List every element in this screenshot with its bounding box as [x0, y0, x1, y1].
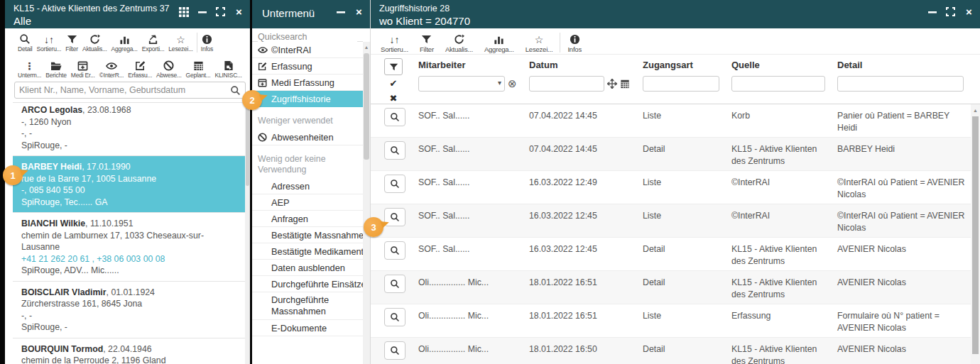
move-arrows-icon[interactable]: [607, 79, 617, 89]
export-button[interactable]: Exporti...: [140, 31, 167, 54]
submenu-item-interrai[interactable]: ©InterRAI: [252, 42, 363, 58]
submenu-item-erfassung[interactable]: Erfassung: [252, 58, 363, 75]
medi-entry-button[interactable]: Medi Er...: [69, 57, 97, 80]
filter-input-quelle[interactable]: [731, 76, 825, 92]
cell-mitarbeiter: SOF.. Sal......: [418, 104, 529, 137]
submenu-item-anfragen[interactable]: Anfragen: [252, 211, 363, 227]
submenu-item-bestaetigte-medikamente[interactable]: Bestätigte Medikamente: [252, 243, 363, 260]
submenu-item-abwesenheiten[interactable]: Abwesenheiten: [252, 129, 363, 145]
calendar-plus-icon: [77, 59, 88, 71]
refresh-button[interactable]: Aktualis...: [80, 31, 109, 54]
planned-button[interactable]: Geplant...: [184, 57, 213, 80]
refresh-button[interactable]: Aktualis...: [440, 31, 479, 55]
row-detail-button[interactable]: [384, 275, 405, 293]
minimize-icon[interactable]: [927, 6, 937, 17]
filter-input-detail[interactable]: [837, 76, 964, 92]
cell-mitarbeiter: Oli............... Mic...: [418, 304, 529, 337]
cell-datum: 16.03.2022 12:45: [529, 238, 643, 270]
maximize-icon[interactable]: [945, 6, 956, 17]
client-row-bianchi[interactable]: BIANCHI Wilkie, 11.10.1951 chemin de Lam…: [13, 213, 245, 282]
minimize-icon[interactable]: [335, 6, 346, 17]
maximize-icon[interactable]: [215, 6, 226, 17]
bar-chart-icon: [494, 33, 504, 45]
row-detail-button[interactable]: [384, 175, 405, 193]
clear-circle-icon[interactable]: ⊗: [508, 77, 517, 90]
submenu-item-durchgefuehrte-massnahmen[interactable]: Durchgeführte Massnahmen: [252, 292, 363, 320]
submenu-item-durchgefuehrte-einsaetze[interactable]: Durchgeführte Einsätze: [252, 276, 363, 292]
table-row[interactable]: SOF.. Sal...... 16.03.2022 12:45 Liste ©…: [371, 204, 980, 238]
client-row-bourquin[interactable]: BOURQUIN Tormod, 22.04.1946 chemin de la…: [13, 338, 245, 364]
scroll-up-icon[interactable]: ▲: [971, 104, 980, 113]
interrai-button[interactable]: ©InterR...: [97, 57, 126, 80]
dropdown-caret-icon[interactable]: ▾: [498, 79, 501, 87]
submenu-item-e-dokumente[interactable]: E-Dokumente: [252, 320, 363, 336]
filter-toggle-button[interactable]: [384, 58, 403, 75]
magnifier-icon: [19, 33, 31, 45]
reports-button[interactable]: Berichte: [43, 57, 69, 80]
close-icon[interactable]: ×: [234, 6, 244, 17]
table-row[interactable]: SOF.. Sal...... 16.03.2022 12:45 Detail …: [371, 238, 980, 271]
row-detail-button[interactable]: [384, 108, 405, 126]
close-icon[interactable]: ×: [964, 6, 974, 17]
client-address: Zürcherstrasse 161, 8645 Jona: [21, 298, 238, 310]
table-row[interactable]: Oli............... Mic... 18.01.2022 16:…: [371, 271, 980, 304]
info-button[interactable]: Infos: [562, 31, 587, 55]
submenu-item-aep[interactable]: AEP: [252, 194, 363, 211]
submenu-scrollbar[interactable]: ▲: [363, 42, 370, 364]
aggregate-button[interactable]: Aggrega...: [109, 31, 140, 54]
filter-input-zugangsart[interactable]: [643, 76, 719, 92]
prohibition-icon: [163, 59, 174, 71]
table-row[interactable]: Oli............... Mic... 18.01.2022 16:…: [371, 304, 980, 338]
submenu-button[interactable]: ⋮ Unterm...: [16, 57, 43, 80]
table-scrollbar[interactable]: ▲: [971, 104, 980, 364]
scrollbar-thumb[interactable]: [246, 101, 249, 186]
filter-clear-button[interactable]: ✖: [384, 91, 403, 105]
client-row-arco[interactable]: ARCO Legolas, 23.08.1968 -, 1260 Nyon -,…: [13, 99, 245, 156]
table-row[interactable]: SOF.. Sal...... 07.04.2022 14:45 Detail …: [371, 138, 980, 171]
client-search-input[interactable]: [19, 85, 230, 95]
submenu-item-bestaetigte-massnahmen[interactable]: Bestätigte Massnahmen: [252, 227, 363, 243]
client-row-barbey-selected[interactable]: BARBEY Heidi, 17.01.1990 rue de la Barre…: [13, 156, 245, 213]
calendar-picker-icon[interactable]: [620, 79, 630, 89]
sort-button[interactable]: ↓↑ Sortieru...: [35, 31, 64, 54]
submenu-item-medi-erfassung[interactable]: Medi Erfassung: [252, 75, 363, 91]
minimize-icon[interactable]: [197, 6, 207, 17]
entry-button[interactable]: Erfassu...: [126, 57, 154, 80]
info-button[interactable]: Infos: [199, 31, 215, 54]
client-list-scrollbar[interactable]: [245, 99, 250, 364]
sort-button[interactable]: ↓↑ Sortieru...: [375, 31, 414, 55]
detail-button[interactable]: Detail: [16, 31, 35, 54]
client-row-boisclair[interactable]: BOISCLAIR Vladimir, 01.01.1924 Zürcherst…: [13, 282, 245, 338]
submenu-item-adressen[interactable]: Adressen: [252, 178, 363, 194]
aggregate-button[interactable]: Aggrega...: [479, 31, 520, 55]
grid-icon[interactable]: [178, 6, 189, 17]
close-icon[interactable]: ×: [354, 6, 364, 17]
filter-input-datum[interactable]: [529, 76, 604, 92]
quicksearch-input[interactable]: [258, 32, 357, 42]
table-row[interactable]: SOF.. Sal...... 16.03.2022 12:49 Liste ©…: [371, 171, 980, 204]
scroll-up-icon[interactable]: ▲: [363, 42, 370, 50]
scrollbar-thumb[interactable]: [972, 116, 979, 354]
submenu-item-daten-ausblenden[interactable]: Daten ausblenden: [252, 260, 363, 276]
submenu-item-zugriffshistorie[interactable]: Zugriffshistorie: [252, 91, 363, 107]
klinisc-button[interactable]: KLINISC...: [212, 57, 244, 80]
bookmark-button[interactable]: ☆ Lesezei...: [520, 31, 559, 55]
table-row[interactable]: Oli............... Mic... 18.01.2022 16:…: [371, 338, 980, 364]
row-detail-button[interactable]: [384, 241, 405, 260]
filter-button[interactable]: Filter: [414, 31, 440, 55]
cell-datum: 07.04.2022 14:45: [529, 104, 643, 137]
filter-apply-button[interactable]: ✔: [384, 76, 403, 90]
row-detail-button[interactable]: [384, 308, 405, 326]
row-detail-button[interactable]: [384, 341, 405, 360]
bookmark-button[interactable]: ☆ Lesezei...: [166, 31, 195, 54]
table-row[interactable]: SOF.. Sal...... 07.04.2022 14:45 Liste K…: [371, 104, 980, 138]
filter-input-mitarbeiter[interactable]: [418, 76, 505, 92]
filter-button[interactable]: Filter: [63, 31, 80, 54]
scrollbar-thumb[interactable]: [364, 53, 369, 160]
client-phone-link[interactable]: +41 21 262 20 61 , +38 06 003 00 08: [21, 253, 238, 265]
row-detail-button[interactable]: [384, 141, 405, 160]
absences-button[interactable]: Abwese...: [154, 57, 184, 80]
toolbar-divider: [560, 33, 560, 53]
access-history-table: SOF.. Sal...... 07.04.2022 14:45 Liste K…: [371, 104, 980, 364]
search-icon[interactable]: [230, 85, 241, 96]
